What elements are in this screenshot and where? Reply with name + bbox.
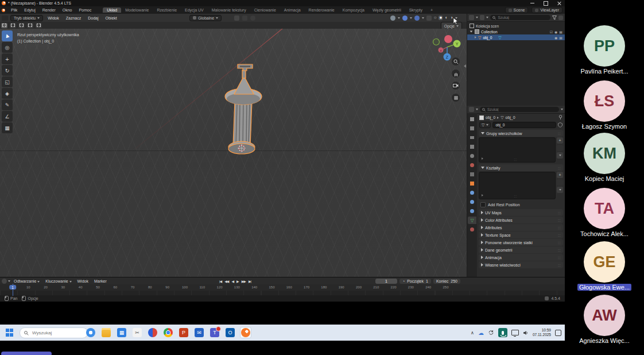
perspective-toggle-icon[interactable] — [452, 94, 460, 102]
tab-rzezbienie[interactable]: Rzeźbienie — [153, 7, 181, 13]
microsoft-store-icon[interactable]: ▦ — [117, 328, 126, 337]
menu-widok-tl[interactable]: Widok — [75, 279, 91, 283]
menu-zaznacz[interactable]: Zaznacz — [64, 16, 83, 20]
selected-tower-model[interactable] — [217, 61, 274, 160]
properties-search-input[interactable] — [487, 107, 557, 111]
proportional-edit-icon[interactable] — [242, 16, 247, 21]
tab-view-layer[interactable] — [468, 143, 476, 151]
select-mode-subtract-icon[interactable] — [18, 23, 25, 28]
scene-selector[interactable]: Scene — [505, 7, 529, 13]
snap-icon[interactable] — [234, 16, 239, 21]
current-frame-field[interactable]: 1 — [375, 279, 397, 284]
orientation-dropdown[interactable]: Globalne — [189, 15, 222, 21]
tab-physics[interactable] — [468, 207, 476, 215]
participant-tile[interactable]: AW Agnieszka Więc... — [565, 295, 644, 344]
display-icon[interactable] — [511, 330, 519, 335]
add-cube-tool[interactable] — [2, 122, 13, 133]
select-mode-intersect-icon[interactable] — [36, 23, 42, 28]
axis-x-ball[interactable] — [444, 35, 452, 43]
breadcrumb-object[interactable]: obj_0 — [486, 115, 495, 119]
blender-taskbar-icon[interactable] — [241, 328, 250, 337]
filter-funnel-icon[interactable] — [552, 16, 557, 20]
tab-skrypty[interactable]: Skrypty — [405, 7, 426, 13]
tab-object-data[interactable]: ▽ — [468, 217, 476, 224]
tab-modifiers[interactable] — [468, 189, 476, 196]
view-layer-selector[interactable]: ViewLayer — [532, 7, 562, 13]
zoom-view-icon[interactable] — [452, 57, 460, 65]
pan-view-icon[interactable] — [452, 70, 460, 78]
file-explorer-icon[interactable] — [102, 328, 111, 337]
photos-icon[interactable] — [86, 328, 95, 337]
section-remesh[interactable]: Ponowne utworzenie siatki∷ — [479, 239, 563, 246]
section-geometry-data[interactable]: Dane geometrii∷ — [479, 246, 563, 253]
outliner-display-mode-icon[interactable] — [469, 15, 474, 20]
participant-tile[interactable]: ŁS Łagosz Szymon — [565, 80, 644, 130]
microphone-icon[interactable] — [498, 328, 507, 337]
rest-position-row[interactable]: Add Rest Position — [477, 201, 565, 209]
tab-edycja-uv[interactable]: Edycja UV — [181, 7, 208, 13]
collection-render-icon[interactable] — [559, 30, 562, 34]
fake-user-shield-icon[interactable] — [558, 122, 562, 128]
tab-cieniowanie[interactable]: Cieniowanie — [250, 7, 280, 13]
section-color-attributes[interactable]: Color Attributes∷ — [479, 217, 563, 223]
expand-icon[interactable] — [470, 30, 473, 32]
end-frame-field[interactable]: Koniec 250 — [433, 279, 460, 284]
participant-tile[interactable]: KM Kopiec Maciej — [565, 133, 644, 182]
paint-app-icon[interactable] — [148, 328, 157, 337]
rest-position-checkbox[interactable] — [480, 202, 486, 207]
select-box-tool[interactable] — [2, 30, 13, 41]
start-button-icon[interactable] — [6, 329, 14, 337]
mail-icon[interactable]: ✉ — [195, 328, 204, 337]
vertex-group-remove-button[interactable] — [557, 145, 563, 151]
add-workspace-button[interactable]: + — [426, 7, 437, 13]
taskbar-search-input[interactable] — [31, 330, 73, 336]
play-button[interactable]: ▶ — [236, 279, 239, 283]
speaker-icon[interactable] — [523, 330, 529, 335]
snipping-tool-icon[interactable]: ✂ — [133, 328, 142, 337]
jump-start-button[interactable]: |◀ — [219, 279, 222, 283]
scale-tool[interactable] — [2, 76, 13, 87]
shape-key-add-button[interactable]: + — [557, 172, 563, 178]
vertex-group-add-button[interactable]: + — [557, 137, 563, 144]
teams-icon[interactable]: T — [210, 328, 219, 337]
render-frame-icon[interactable] — [426, 16, 432, 21]
tab-world[interactable] — [468, 161, 476, 169]
tab-uklad[interactable]: Układ — [103, 7, 121, 13]
menu-edytuj[interactable]: Edytuj — [21, 8, 38, 12]
properties-editor-icon[interactable] — [469, 107, 474, 112]
tab-scene[interactable] — [468, 152, 476, 160]
properties-search[interactable] — [480, 107, 559, 112]
shape-keys-list[interactable] — [479, 172, 556, 199]
sync-icon[interactable] — [488, 330, 494, 335]
maximize-icon[interactable] — [544, 1, 548, 6]
vertex-groups-list[interactable] — [479, 137, 556, 163]
datablock-type-dropdown[interactable]: ▽ — [479, 122, 491, 128]
pin-icon[interactable] — [558, 115, 562, 120]
tab-object[interactable] — [468, 180, 476, 187]
axis-minus-y-ball[interactable] — [433, 39, 440, 45]
viewport-3d[interactable]: Rzut perspektywiczny użytkownika (1) Col… — [0, 29, 467, 277]
menu-odtwarzanie[interactable]: Odtwarzanie — [11, 279, 42, 283]
chrome-icon[interactable] — [164, 328, 173, 337]
tab-output[interactable] — [468, 134, 476, 141]
section-texture-space[interactable]: Texture Space∷ — [479, 231, 563, 238]
proportional-falloff-icon[interactable] — [250, 16, 255, 21]
menu-widok[interactable]: Widok — [45, 16, 61, 20]
taskbar-search[interactable] — [20, 327, 88, 338]
vertex-group-specials-button[interactable] — [557, 152, 563, 159]
notification-center-icon[interactable] — [555, 330, 561, 336]
outliner-search[interactable] — [490, 15, 550, 20]
section-attributes[interactable]: Attributes∷ — [479, 224, 563, 231]
tab-animacja[interactable]: Animacja — [280, 7, 305, 13]
menu-plik[interactable]: Plik — [7, 8, 21, 12]
tab-particles[interactable] — [468, 198, 476, 206]
play-reverse-button[interactable]: ◀ — [231, 279, 234, 283]
prev-keyframe-button[interactable]: ◀◀ — [224, 279, 228, 283]
onedrive-icon[interactable]: ☁ — [478, 330, 484, 336]
move-tool[interactable] — [2, 53, 13, 64]
tab-collection[interactable] — [468, 171, 476, 178]
outliner-search-input[interactable] — [498, 16, 548, 20]
transform-tool[interactable] — [2, 88, 13, 99]
xray-icon[interactable] — [414, 16, 420, 21]
section-uv-maps[interactable]: UV Maps∷ — [479, 209, 563, 216]
